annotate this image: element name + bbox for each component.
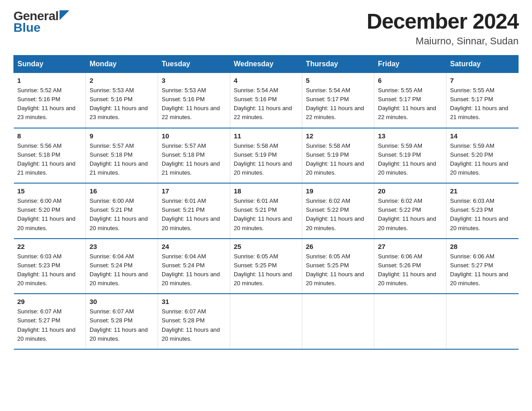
- table-row: 1 Sunrise: 5:52 AM Sunset: 5:16 PM Dayli…: [14, 73, 86, 128]
- calendar-week-row: 8 Sunrise: 5:56 AM Sunset: 5:18 PM Dayli…: [14, 128, 519, 184]
- day-number: 24: [162, 243, 226, 250]
- table-row: 30 Sunrise: 6:07 AM Sunset: 5:28 PM Dayl…: [86, 294, 158, 349]
- day-number: 30: [90, 298, 154, 305]
- day-info: Sunrise: 6:06 AM Sunset: 5:26 PM Dayligh…: [378, 252, 442, 288]
- day-number: 26: [306, 243, 370, 250]
- day-info: Sunrise: 6:07 AM Sunset: 5:28 PM Dayligh…: [162, 307, 226, 343]
- day-number: 7: [450, 77, 515, 84]
- header-friday: Friday: [374, 56, 446, 73]
- day-number: 11: [234, 132, 298, 140]
- day-number: 23: [90, 243, 154, 250]
- day-info: Sunrise: 5:54 AM Sunset: 5:16 PM Dayligh…: [234, 86, 298, 122]
- calendar-week-row: 1 Sunrise: 5:52 AM Sunset: 5:16 PM Dayli…: [14, 73, 519, 128]
- day-info: Sunrise: 6:07 AM Sunset: 5:28 PM Dayligh…: [90, 307, 154, 343]
- day-info: Sunrise: 5:58 AM Sunset: 5:19 PM Dayligh…: [306, 141, 370, 178]
- day-number: 17: [162, 187, 226, 195]
- table-row: 10 Sunrise: 5:57 AM Sunset: 5:18 PM Dayl…: [158, 128, 230, 184]
- day-info: Sunrise: 5:59 AM Sunset: 5:20 PM Dayligh…: [450, 141, 515, 178]
- table-row: 16 Sunrise: 6:00 AM Sunset: 5:21 PM Dayl…: [86, 183, 158, 239]
- table-row: 17 Sunrise: 6:01 AM Sunset: 5:21 PM Dayl…: [158, 183, 230, 239]
- header-saturday: Saturday: [446, 56, 519, 73]
- calendar-week-row: 15 Sunrise: 6:00 AM Sunset: 5:20 PM Dayl…: [14, 183, 519, 239]
- logo-arrow-icon: [60, 10, 69, 20]
- day-info: Sunrise: 6:05 AM Sunset: 5:25 PM Dayligh…: [234, 252, 298, 288]
- header-tuesday: Tuesday: [158, 56, 230, 73]
- day-number: 28: [450, 243, 515, 250]
- table-row: 14 Sunrise: 5:59 AM Sunset: 5:20 PM Dayl…: [446, 128, 519, 184]
- day-number: 22: [17, 243, 82, 250]
- day-number: 10: [162, 132, 226, 140]
- day-info: Sunrise: 5:57 AM Sunset: 5:18 PM Dayligh…: [90, 141, 154, 178]
- table-row: 7 Sunrise: 5:55 AM Sunset: 5:17 PM Dayli…: [446, 73, 519, 128]
- day-number: 1: [17, 77, 82, 84]
- calendar-table: Sunday Monday Tuesday Wednesday Thursday…: [13, 55, 519, 350]
- svg-marker-0: [60, 10, 69, 20]
- table-row: 12 Sunrise: 5:58 AM Sunset: 5:19 PM Dayl…: [302, 128, 374, 184]
- day-info: Sunrise: 5:53 AM Sunset: 5:16 PM Dayligh…: [162, 86, 226, 122]
- day-info: Sunrise: 6:01 AM Sunset: 5:21 PM Dayligh…: [162, 197, 226, 233]
- day-info: Sunrise: 6:02 AM Sunset: 5:22 PM Dayligh…: [378, 197, 442, 233]
- day-number: 18: [234, 187, 298, 195]
- calendar-week-row: 22 Sunrise: 6:03 AM Sunset: 5:23 PM Dayl…: [14, 239, 519, 294]
- day-info: Sunrise: 6:05 AM Sunset: 5:25 PM Dayligh…: [306, 252, 370, 288]
- table-row: [230, 294, 302, 349]
- table-row: 31 Sunrise: 6:07 AM Sunset: 5:28 PM Dayl…: [158, 294, 230, 349]
- table-row: 25 Sunrise: 6:05 AM Sunset: 5:25 PM Dayl…: [230, 239, 302, 294]
- day-info: Sunrise: 5:57 AM Sunset: 5:18 PM Dayligh…: [162, 141, 226, 178]
- table-row: 3 Sunrise: 5:53 AM Sunset: 5:16 PM Dayli…: [158, 73, 230, 128]
- table-row: 21 Sunrise: 6:03 AM Sunset: 5:23 PM Dayl…: [446, 183, 519, 239]
- table-row: 29 Sunrise: 6:07 AM Sunset: 5:27 PM Dayl…: [14, 294, 86, 349]
- day-info: Sunrise: 6:06 AM Sunset: 5:27 PM Dayligh…: [450, 252, 515, 288]
- day-info: Sunrise: 6:02 AM Sunset: 5:22 PM Dayligh…: [306, 197, 370, 233]
- table-row: 27 Sunrise: 6:06 AM Sunset: 5:26 PM Dayl…: [374, 239, 446, 294]
- table-row: [446, 294, 519, 349]
- day-info: Sunrise: 6:03 AM Sunset: 5:23 PM Dayligh…: [450, 197, 515, 233]
- day-number: 3: [162, 77, 226, 84]
- table-row: 19 Sunrise: 6:02 AM Sunset: 5:22 PM Dayl…: [302, 183, 374, 239]
- page-title: December 2024: [367, 9, 519, 34]
- header-wednesday: Wednesday: [230, 56, 302, 73]
- table-row: 9 Sunrise: 5:57 AM Sunset: 5:18 PM Dayli…: [86, 128, 158, 184]
- day-number: 29: [17, 298, 82, 305]
- table-row: 20 Sunrise: 6:02 AM Sunset: 5:22 PM Dayl…: [374, 183, 446, 239]
- table-row: 22 Sunrise: 6:03 AM Sunset: 5:23 PM Dayl…: [14, 239, 86, 294]
- day-info: Sunrise: 6:03 AM Sunset: 5:23 PM Dayligh…: [17, 252, 82, 288]
- day-number: 9: [90, 132, 154, 140]
- calendar-header-row: Sunday Monday Tuesday Wednesday Thursday…: [14, 56, 519, 73]
- day-number: 27: [378, 243, 442, 250]
- day-info: Sunrise: 5:55 AM Sunset: 5:17 PM Dayligh…: [378, 86, 442, 122]
- day-number: 12: [306, 132, 370, 140]
- table-row: 18 Sunrise: 6:01 AM Sunset: 5:21 PM Dayl…: [230, 183, 302, 239]
- table-row: 8 Sunrise: 5:56 AM Sunset: 5:18 PM Dayli…: [14, 128, 86, 184]
- day-info: Sunrise: 5:58 AM Sunset: 5:19 PM Dayligh…: [234, 141, 298, 178]
- day-number: 4: [234, 77, 298, 84]
- day-number: 19: [306, 187, 370, 195]
- page-subtitle: Maiurno, Sinnar, Sudan: [367, 35, 519, 47]
- table-row: 11 Sunrise: 5:58 AM Sunset: 5:19 PM Dayl…: [230, 128, 302, 184]
- day-info: Sunrise: 5:56 AM Sunset: 5:18 PM Dayligh…: [17, 141, 82, 178]
- table-row: 26 Sunrise: 6:05 AM Sunset: 5:25 PM Dayl…: [302, 239, 374, 294]
- day-number: 31: [162, 298, 226, 305]
- table-row: 28 Sunrise: 6:06 AM Sunset: 5:27 PM Dayl…: [446, 239, 519, 294]
- day-info: Sunrise: 5:53 AM Sunset: 5:16 PM Dayligh…: [90, 86, 154, 122]
- day-info: Sunrise: 5:55 AM Sunset: 5:17 PM Dayligh…: [450, 86, 515, 122]
- table-row: 23 Sunrise: 6:04 AM Sunset: 5:24 PM Dayl…: [86, 239, 158, 294]
- day-number: 16: [90, 187, 154, 195]
- day-info: Sunrise: 6:04 AM Sunset: 5:24 PM Dayligh…: [162, 252, 226, 288]
- day-info: Sunrise: 5:59 AM Sunset: 5:19 PM Dayligh…: [378, 141, 442, 178]
- page-header: General Blue December 2024 Maiurno, Sinn…: [13, 9, 519, 47]
- day-info: Sunrise: 6:00 AM Sunset: 5:20 PM Dayligh…: [17, 197, 82, 233]
- day-number: 20: [378, 187, 442, 195]
- table-row: 24 Sunrise: 6:04 AM Sunset: 5:24 PM Dayl…: [158, 239, 230, 294]
- table-row: 13 Sunrise: 5:59 AM Sunset: 5:19 PM Dayl…: [374, 128, 446, 184]
- title-block: December 2024 Maiurno, Sinnar, Sudan: [367, 9, 519, 47]
- day-number: 14: [450, 132, 515, 140]
- day-info: Sunrise: 6:04 AM Sunset: 5:24 PM Dayligh…: [90, 252, 154, 288]
- calendar-week-row: 29 Sunrise: 6:07 AM Sunset: 5:27 PM Dayl…: [14, 294, 519, 349]
- table-row: 5 Sunrise: 5:54 AM Sunset: 5:17 PM Dayli…: [302, 73, 374, 128]
- day-info: Sunrise: 6:01 AM Sunset: 5:21 PM Dayligh…: [234, 197, 298, 233]
- table-row: [302, 294, 374, 349]
- day-number: 5: [306, 77, 370, 84]
- day-number: 15: [17, 187, 82, 195]
- day-info: Sunrise: 6:07 AM Sunset: 5:27 PM Dayligh…: [17, 307, 82, 343]
